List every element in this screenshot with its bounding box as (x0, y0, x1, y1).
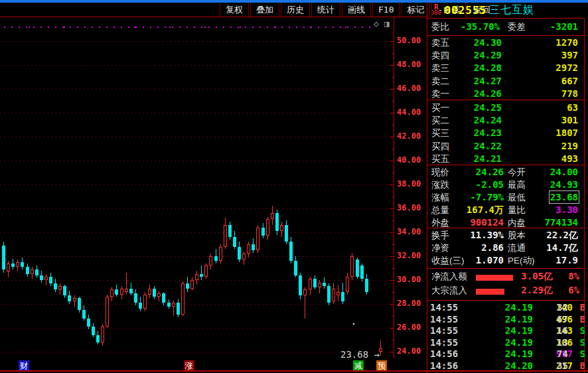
y-axis-label: 42.00 (397, 131, 426, 141)
ask-row: 卖二24.27667 (427, 76, 585, 88)
candle-body (31, 269, 34, 274)
candle-body (309, 279, 312, 289)
candle-body (204, 265, 208, 276)
tick-time: 14:55 (430, 325, 458, 336)
fund-flow-bar (476, 275, 513, 281)
ask-volume: 2972 (555, 62, 578, 73)
gridline (0, 304, 392, 305)
bid-volume: 219 (561, 141, 578, 151)
toolbar-button-叠加[interactable]: 叠加 (250, 3, 279, 17)
y-axis-label: 48.00 (397, 60, 426, 69)
candle-body (153, 289, 156, 297)
caps-value: 2.86 (481, 242, 504, 253)
candle-body (299, 275, 302, 296)
gridline (0, 65, 392, 66)
candle-body (303, 289, 307, 295)
quote-row: 涨跌-2.05最高24.93 (427, 179, 585, 192)
tick-price: 24.19 (477, 314, 533, 325)
toolbar-button-F10[interactable]: F10 (372, 3, 400, 17)
fund-flow-pct: 8% (568, 271, 579, 281)
candle-body (219, 247, 222, 261)
toolbar-button-画线[interactable]: 画线 (342, 3, 371, 17)
quote-value: 167.4万 (467, 204, 504, 216)
pane-control-icons[interactable]: ◇◨ (374, 19, 395, 29)
tick-time: 14:55 (430, 337, 458, 348)
y-axis-label: 44.00 (397, 108, 426, 117)
candlestick-chart[interactable]: 50.0048.0046.0044.0042.0040.0038.0036.00… (0, 17, 427, 358)
toolbar-button-历史[interactable]: 历史 (281, 3, 310, 17)
bid-price: 24.22 (474, 141, 502, 151)
toolbar-button-统计[interactable]: 统计 (311, 3, 340, 17)
y-axis-label: 36.00 (397, 203, 426, 212)
ask-row: 卖五24.301270 (427, 37, 585, 50)
y-axis-label: 50.00 (397, 36, 426, 45)
panel-section-caps: 换手11.39%股本22.2亿净资2.86流通14.7亿收益(三)1.070PE… (427, 228, 585, 268)
quote-label-2: 最高 (508, 179, 526, 191)
bid-volume: 301 (561, 115, 578, 125)
candle-body (313, 279, 317, 287)
gridline (0, 137, 392, 137)
ask-row: 卖三24.282972 (427, 62, 585, 75)
candle-body (256, 228, 259, 250)
y-axis-label: 38.00 (397, 179, 426, 188)
candle-body (332, 289, 335, 302)
bid-row: 买四24.22219 (427, 141, 585, 153)
candle-body (280, 225, 283, 231)
ask-price: 24.27 (474, 76, 502, 86)
gridline (0, 208, 392, 209)
y-axis-label: 28.00 (397, 299, 426, 308)
candle-body (63, 286, 66, 295)
candle-body (139, 303, 142, 309)
candle-body (228, 225, 232, 237)
caps-label: 换手 (431, 230, 449, 242)
quote-label-2: 最低 (508, 192, 526, 204)
candle-body (285, 225, 288, 242)
candle-body (261, 228, 265, 236)
quote-value: 24.26 (476, 167, 504, 177)
caps-label: 收益(三) (431, 255, 465, 267)
candle-body (294, 261, 297, 275)
candle-body (238, 247, 241, 260)
caps-value: 11.39% (470, 230, 504, 240)
candle-body (125, 289, 128, 292)
weicha-label: 委差 (508, 21, 526, 33)
tick-price: 24.20 (477, 360, 533, 371)
trading-app-window: 复权叠加历史统计画线F10标记-自选返回 R 300 002555 三七互娱 5… (0, 0, 588, 373)
ask-label: 卖三 (431, 62, 449, 74)
y-axis-label: 46.00 (397, 84, 426, 93)
chart-marker-dot (353, 323, 354, 325)
bid-row: 买一24.2563 (427, 102, 585, 115)
y-axis-label: 34.00 (397, 227, 426, 236)
toolbar-button-标记[interactable]: 标记 (401, 3, 430, 17)
quote-row: 涨幅-7.79%最低23.68 (427, 192, 585, 204)
tick-side: B (578, 314, 585, 325)
quote-value-2: 774134 (544, 217, 578, 228)
ask-volume: 397 (561, 50, 578, 60)
candle-body (365, 279, 368, 292)
candle-body (87, 319, 90, 327)
candle-body (181, 283, 184, 315)
candle-body (190, 280, 194, 289)
bottom-badge-财[interactable]: 财 (19, 360, 29, 371)
quote-value: -2.05 (476, 179, 504, 190)
toolbar-button-复权[interactable]: 复权 (220, 3, 249, 17)
caps-row: 换手11.39%股本22.2亿 (427, 230, 585, 242)
candle-body (134, 293, 137, 303)
bottom-badge-减[interactable]: 减 (353, 360, 364, 371)
fund-flow-pct: 6% (568, 285, 579, 295)
bottom-badge-涨[interactable]: 涨 (184, 360, 194, 371)
quote-value: -7.79% (470, 192, 504, 202)
stock-header: R 300 002555 三七互娱 (431, 3, 534, 17)
caps-label-2: 股本 (508, 230, 526, 242)
tick-side: S (578, 337, 585, 348)
candle-body (49, 277, 52, 284)
tick-row: 14:5524.19140B32 (427, 302, 585, 315)
candle-body (252, 244, 255, 250)
candle-body (242, 254, 246, 260)
bottom-badge-预[interactable]: 预 (376, 360, 387, 371)
candle-body (58, 286, 62, 289)
candle-body (2, 246, 5, 269)
candle-body (186, 283, 189, 288)
gridline (0, 89, 392, 90)
candle-body (21, 262, 24, 267)
